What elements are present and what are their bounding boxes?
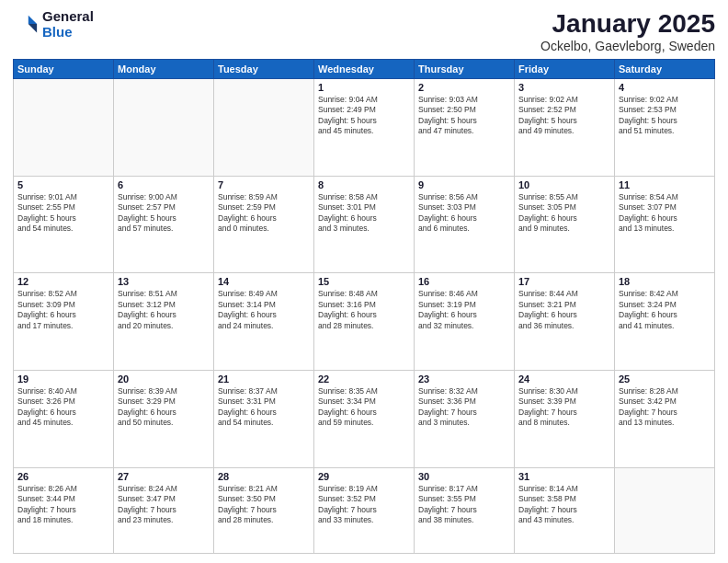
- day-number: 28: [218, 471, 310, 482]
- day-info: Sunrise: 8:21 AM Sunset: 3:50 PM Dayligh…: [218, 484, 310, 526]
- table-row: [615, 467, 715, 553]
- table-row: 4Sunrise: 9:02 AM Sunset: 2:53 PM Daylig…: [615, 79, 715, 177]
- calendar-table: Sunday Monday Tuesday Wednesday Thursday…: [13, 59, 715, 554]
- table-row: 5Sunrise: 9:01 AM Sunset: 2:55 PM Daylig…: [14, 176, 114, 273]
- day-info: Sunrise: 8:37 AM Sunset: 3:31 PM Dayligh…: [218, 386, 310, 429]
- page: General Blue January 2025 Ockelbo, Gaevl…: [0, 0, 728, 563]
- day-number: 8: [318, 179, 410, 190]
- day-number: 14: [218, 276, 310, 287]
- day-number: 7: [218, 179, 310, 190]
- table-row: 18Sunrise: 8:42 AM Sunset: 3:24 PM Dayli…: [615, 273, 715, 371]
- table-row: 9Sunrise: 8:56 AM Sunset: 3:03 PM Daylig…: [415, 176, 515, 273]
- header: General Blue January 2025 Ockelbo, Gaevl…: [13, 9, 715, 53]
- day-number: 26: [17, 471, 109, 482]
- weekday-header-row: Sunday Monday Tuesday Wednesday Thursday…: [14, 60, 715, 79]
- day-info: Sunrise: 8:32 AM Sunset: 3:36 PM Dayligh…: [418, 386, 510, 429]
- table-row: 8Sunrise: 8:58 AM Sunset: 3:01 PM Daylig…: [314, 176, 415, 273]
- day-number: 21: [218, 373, 310, 385]
- day-number: 20: [118, 373, 210, 385]
- day-info: Sunrise: 9:02 AM Sunset: 2:52 PM Dayligh…: [518, 95, 610, 137]
- day-info: Sunrise: 8:52 AM Sunset: 3:09 PM Dayligh…: [17, 289, 109, 331]
- table-row: 26Sunrise: 8:26 AM Sunset: 3:44 PM Dayli…: [14, 467, 114, 553]
- table-row: 15Sunrise: 8:48 AM Sunset: 3:16 PM Dayli…: [314, 273, 415, 371]
- table-row: 24Sunrise: 8:30 AM Sunset: 3:39 PM Dayli…: [515, 370, 615, 467]
- table-row: 17Sunrise: 8:44 AM Sunset: 3:21 PM Dayli…: [515, 273, 615, 371]
- logo-blue: Blue: [42, 25, 94, 40]
- svg-marker-0: [28, 15, 37, 23]
- calendar-week-row: 19Sunrise: 8:40 AM Sunset: 3:26 PM Dayli…: [14, 370, 715, 467]
- day-info: Sunrise: 8:14 AM Sunset: 3:58 PM Dayligh…: [518, 484, 610, 526]
- day-info: Sunrise: 8:59 AM Sunset: 2:59 PM Dayligh…: [218, 192, 310, 235]
- day-number: 4: [619, 82, 711, 93]
- table-row: 31Sunrise: 8:14 AM Sunset: 3:58 PM Dayli…: [515, 467, 615, 553]
- header-saturday: Saturday: [615, 60, 715, 79]
- logo-text: General Blue: [42, 9, 94, 40]
- day-info: Sunrise: 8:19 AM Sunset: 3:52 PM Dayligh…: [318, 484, 410, 526]
- table-row: [214, 79, 314, 177]
- table-row: 10Sunrise: 8:55 AM Sunset: 3:05 PM Dayli…: [515, 176, 615, 273]
- day-number: 11: [619, 179, 711, 190]
- table-row: 6Sunrise: 9:00 AM Sunset: 2:57 PM Daylig…: [114, 176, 214, 273]
- table-row: 20Sunrise: 8:39 AM Sunset: 3:29 PM Dayli…: [114, 370, 214, 467]
- table-row: [14, 79, 114, 177]
- calendar-title: January 2025: [540, 9, 715, 39]
- calendar-week-row: 26Sunrise: 8:26 AM Sunset: 3:44 PM Dayli…: [14, 467, 715, 553]
- header-wednesday: Wednesday: [314, 60, 415, 79]
- header-sunday: Sunday: [14, 60, 114, 79]
- day-number: 13: [118, 276, 210, 287]
- header-thursday: Thursday: [415, 60, 515, 79]
- day-number: 25: [619, 373, 711, 385]
- day-number: 31: [518, 471, 610, 482]
- day-info: Sunrise: 8:58 AM Sunset: 3:01 PM Dayligh…: [318, 192, 410, 235]
- table-row: 19Sunrise: 8:40 AM Sunset: 3:26 PM Dayli…: [14, 370, 114, 467]
- day-info: Sunrise: 9:03 AM Sunset: 2:50 PM Dayligh…: [418, 95, 510, 137]
- day-number: 15: [318, 276, 410, 287]
- table-row: 1Sunrise: 9:04 AM Sunset: 2:49 PM Daylig…: [314, 79, 415, 177]
- table-row: 3Sunrise: 9:02 AM Sunset: 2:52 PM Daylig…: [515, 79, 615, 177]
- day-info: Sunrise: 9:00 AM Sunset: 2:57 PM Dayligh…: [118, 192, 210, 235]
- table-row: [114, 79, 214, 177]
- table-row: 14Sunrise: 8:49 AM Sunset: 3:14 PM Dayli…: [214, 273, 314, 371]
- day-info: Sunrise: 8:48 AM Sunset: 3:16 PM Dayligh…: [318, 289, 410, 331]
- day-number: 22: [318, 373, 410, 385]
- table-row: 27Sunrise: 8:24 AM Sunset: 3:47 PM Dayli…: [114, 467, 214, 553]
- day-info: Sunrise: 9:04 AM Sunset: 2:49 PM Dayligh…: [318, 95, 410, 137]
- day-info: Sunrise: 8:26 AM Sunset: 3:44 PM Dayligh…: [17, 484, 109, 526]
- table-row: 30Sunrise: 8:17 AM Sunset: 3:55 PM Dayli…: [415, 467, 515, 553]
- title-block: January 2025 Ockelbo, Gaevleborg, Sweden: [540, 9, 715, 53]
- table-row: 7Sunrise: 8:59 AM Sunset: 2:59 PM Daylig…: [214, 176, 314, 273]
- day-info: Sunrise: 8:42 AM Sunset: 3:24 PM Dayligh…: [619, 289, 711, 331]
- day-number: 3: [518, 82, 610, 93]
- day-number: 12: [17, 276, 109, 287]
- day-info: Sunrise: 8:30 AM Sunset: 3:39 PM Dayligh…: [518, 386, 610, 429]
- day-info: Sunrise: 8:44 AM Sunset: 3:21 PM Dayligh…: [518, 289, 610, 331]
- logo-general: General: [42, 9, 94, 25]
- day-number: 6: [118, 179, 210, 190]
- table-row: 12Sunrise: 8:52 AM Sunset: 3:09 PM Dayli…: [14, 273, 114, 371]
- day-info: Sunrise: 8:55 AM Sunset: 3:05 PM Dayligh…: [518, 192, 610, 235]
- table-row: 28Sunrise: 8:21 AM Sunset: 3:50 PM Dayli…: [214, 467, 314, 553]
- day-number: 1: [318, 82, 410, 93]
- day-number: 29: [318, 471, 410, 482]
- day-info: Sunrise: 8:35 AM Sunset: 3:34 PM Dayligh…: [318, 386, 410, 429]
- day-number: 30: [418, 471, 510, 482]
- calendar-week-row: 5Sunrise: 9:01 AM Sunset: 2:55 PM Daylig…: [14, 176, 715, 273]
- day-info: Sunrise: 8:24 AM Sunset: 3:47 PM Dayligh…: [118, 484, 210, 526]
- day-info: Sunrise: 8:51 AM Sunset: 3:12 PM Dayligh…: [118, 289, 210, 331]
- day-number: 16: [418, 276, 510, 287]
- table-row: 22Sunrise: 8:35 AM Sunset: 3:34 PM Dayli…: [314, 370, 415, 467]
- day-info: Sunrise: 8:28 AM Sunset: 3:42 PM Dayligh…: [619, 386, 711, 429]
- day-info: Sunrise: 8:40 AM Sunset: 3:26 PM Dayligh…: [17, 386, 109, 429]
- day-number: 24: [518, 373, 610, 385]
- day-info: Sunrise: 8:56 AM Sunset: 3:03 PM Dayligh…: [418, 192, 510, 235]
- logo-icon: [13, 12, 39, 38]
- day-number: 23: [418, 373, 510, 385]
- day-info: Sunrise: 9:02 AM Sunset: 2:53 PM Dayligh…: [619, 95, 711, 137]
- day-info: Sunrise: 8:54 AM Sunset: 3:07 PM Dayligh…: [619, 192, 711, 235]
- table-row: 23Sunrise: 8:32 AM Sunset: 3:36 PM Dayli…: [415, 370, 515, 467]
- day-info: Sunrise: 8:17 AM Sunset: 3:55 PM Dayligh…: [418, 484, 510, 526]
- table-row: 29Sunrise: 8:19 AM Sunset: 3:52 PM Dayli…: [314, 467, 415, 553]
- day-info: Sunrise: 8:49 AM Sunset: 3:14 PM Dayligh…: [218, 289, 310, 331]
- table-row: 16Sunrise: 8:46 AM Sunset: 3:19 PM Dayli…: [415, 273, 515, 371]
- calendar-week-row: 1Sunrise: 9:04 AM Sunset: 2:49 PM Daylig…: [14, 79, 715, 177]
